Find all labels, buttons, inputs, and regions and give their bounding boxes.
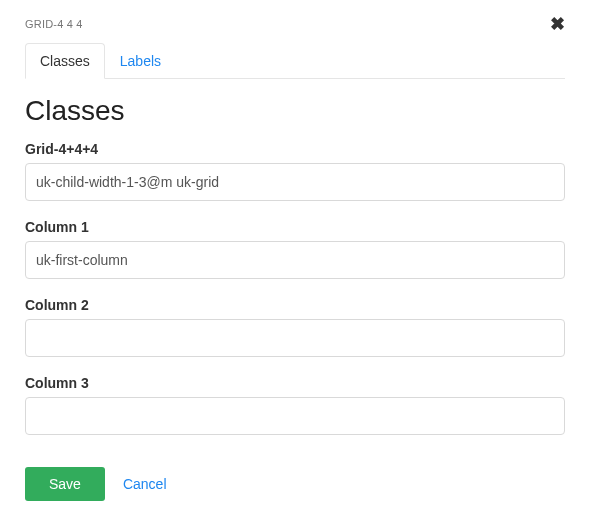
field-group-col1: Column 1 bbox=[25, 219, 565, 279]
tab-labels[interactable]: Labels bbox=[105, 43, 176, 79]
field-input-col3[interactable] bbox=[25, 397, 565, 435]
field-input-grid[interactable] bbox=[25, 163, 565, 201]
cancel-button[interactable]: Cancel bbox=[123, 476, 167, 492]
field-label-col2: Column 2 bbox=[25, 297, 565, 313]
field-label-col1: Column 1 bbox=[25, 219, 565, 235]
field-input-col2[interactable] bbox=[25, 319, 565, 357]
save-button[interactable]: Save bbox=[25, 467, 105, 501]
field-group-grid: Grid-4+4+4 bbox=[25, 141, 565, 201]
field-input-col1[interactable] bbox=[25, 241, 565, 279]
field-group-col2: Column 2 bbox=[25, 297, 565, 357]
action-bar: Save Cancel bbox=[25, 467, 565, 501]
field-label-grid: Grid-4+4+4 bbox=[25, 141, 565, 157]
section-title: Classes bbox=[25, 95, 565, 127]
close-icon[interactable]: ✖ bbox=[550, 15, 565, 33]
tab-classes[interactable]: Classes bbox=[25, 43, 105, 79]
dialog-container: GRID-4 4 4 ✖ Classes Labels Classes Grid… bbox=[0, 0, 590, 516]
field-label-col3: Column 3 bbox=[25, 375, 565, 391]
breadcrumb: GRID-4 4 4 bbox=[25, 18, 83, 30]
tab-bar: Classes Labels bbox=[25, 43, 565, 79]
field-group-col3: Column 3 bbox=[25, 375, 565, 435]
dialog-header: GRID-4 4 4 ✖ bbox=[25, 15, 565, 33]
